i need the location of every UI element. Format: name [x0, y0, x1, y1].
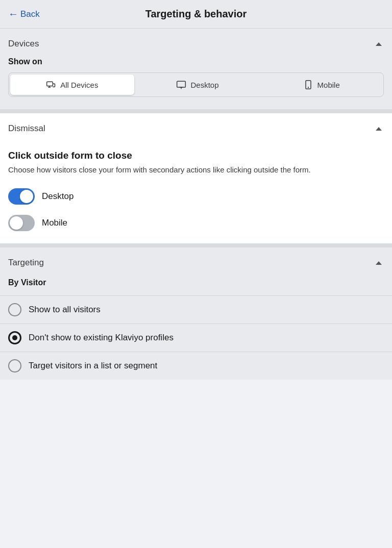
desktop-toggle-row: Desktop — [0, 183, 392, 210]
mobile-toggle-row: Mobile — [0, 210, 392, 243]
desktop-icon — [176, 80, 186, 90]
back-button[interactable]: ← Back — [8, 8, 40, 20]
radio-list-segment[interactable] — [8, 359, 21, 372]
mobile-icon — [303, 80, 313, 90]
back-arrow-icon: ← — [8, 8, 18, 20]
radio-row-list-segment[interactable]: Target visitors in a list or segment — [0, 352, 392, 380]
tab-mobile[interactable]: Mobile — [259, 73, 383, 96]
radio-no-existing[interactable] — [8, 331, 21, 344]
radio-row-no-existing[interactable]: Don't show to existing Klaviyo profiles — [0, 323, 392, 352]
device-tabs: All Devices Desktop Mobile — [8, 72, 384, 97]
devices-chevron-icon[interactable] — [374, 39, 384, 49]
radio-list-segment-label: Target visitors in a list or segment — [29, 361, 157, 371]
dismissal-heading: Click outside form to close — [8, 150, 384, 161]
targeting-section-title: Targeting — [8, 258, 44, 268]
targeting-section-header: Targeting — [0, 247, 392, 276]
tab-all-devices[interactable]: All Devices — [10, 74, 134, 95]
show-on-label: Show on — [8, 57, 384, 66]
tab-all-devices-label: All Devices — [60, 81, 98, 89]
tab-mobile-label: Mobile — [317, 81, 340, 89]
page-title: Targeting & behavior — [145, 8, 247, 20]
devices-section-header: Devices — [0, 29, 392, 57]
svg-rect-0 — [47, 82, 53, 86]
radio-row-all-visitors[interactable]: Show to all visitors — [0, 295, 392, 323]
radio-all-visitors-label: Show to all visitors — [29, 305, 101, 315]
separator-2 — [0, 243, 392, 247]
desktop-toggle-knob — [20, 190, 33, 203]
mobile-toggle[interactable] — [8, 215, 35, 231]
radio-all-visitors[interactable] — [8, 303, 21, 316]
dismissal-content: Click outside form to close Choose how v… — [0, 142, 392, 183]
desktop-toggle[interactable] — [8, 188, 35, 205]
devices-section-content: Show on All Devices — [0, 57, 392, 109]
svg-rect-4 — [177, 81, 186, 87]
targeting-section: Targeting By Visitor Show to all visitor… — [0, 247, 392, 380]
header: ← Back Targeting & behavior — [0, 0, 392, 29]
mobile-toggle-knob — [10, 216, 23, 230]
dismissal-description: Choose how visitors close your form with… — [8, 164, 384, 175]
dismissal-section-title: Dismissal — [8, 123, 45, 134]
devices-section: Devices Show on All Devices — [0, 29, 392, 109]
dismissal-section-header: Dismissal — [0, 113, 392, 142]
targeting-chevron-icon[interactable] — [374, 258, 384, 268]
radio-no-existing-label: Don't show to existing Klaviyo profiles — [29, 333, 174, 343]
by-visitor-label: By Visitor — [0, 276, 392, 295]
tab-desktop-label: Desktop — [190, 81, 218, 89]
all-devices-icon — [46, 80, 56, 90]
separator-1 — [0, 109, 392, 113]
mobile-toggle-label: Mobile — [42, 218, 67, 228]
dismissal-section: Dismissal Click outside form to close Ch… — [0, 113, 392, 243]
tab-desktop[interactable]: Desktop — [136, 73, 260, 96]
back-label: Back — [20, 9, 40, 19]
dismissal-chevron-icon[interactable] — [374, 123, 384, 134]
devices-section-title: Devices — [8, 39, 39, 49]
desktop-toggle-label: Desktop — [42, 191, 74, 202]
